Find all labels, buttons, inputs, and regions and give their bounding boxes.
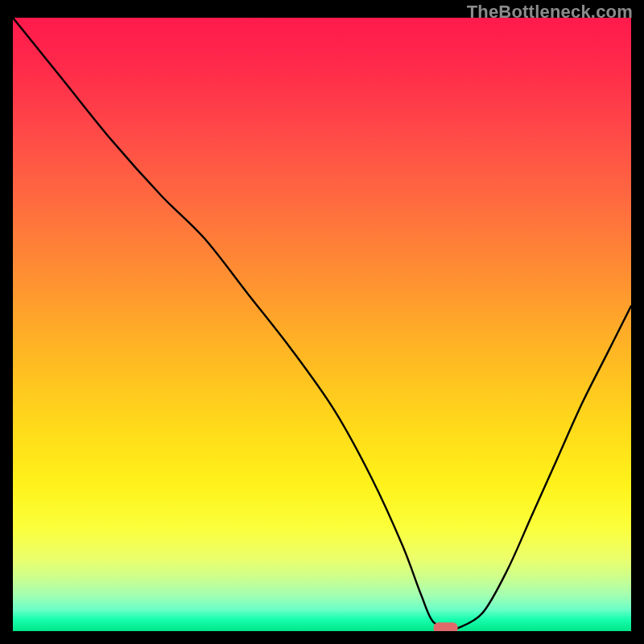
bottleneck-curve [13, 18, 631, 630]
plot-area [13, 18, 631, 631]
chart-svg [13, 18, 631, 631]
chart-container: TheBottleneck.com [0, 0, 644, 644]
optimum-marker [434, 622, 458, 631]
